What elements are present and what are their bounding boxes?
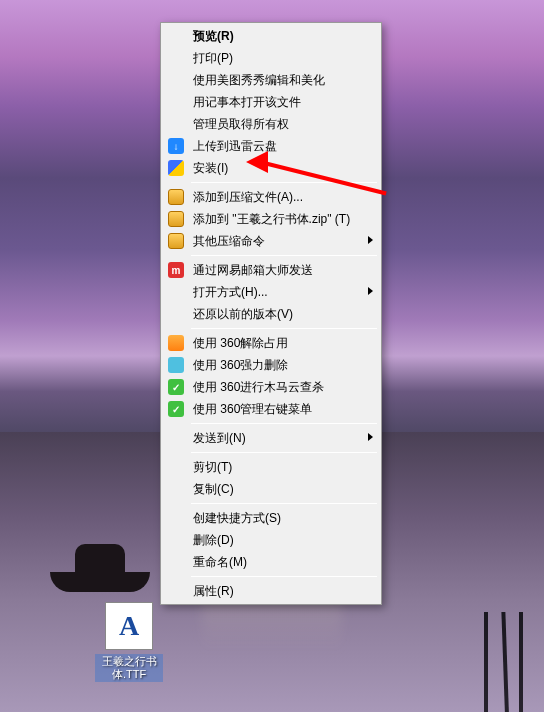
menu-item[interactable]: 剪切(T) — [163, 456, 379, 478]
menu-item[interactable]: 打开方式(H)... — [163, 281, 379, 303]
menu-item[interactable]: 管理员取得所有权 — [163, 113, 379, 135]
context-menu: 预览(R)打印(P)使用美图秀秀编辑和美化用记事本打开该文件管理员取得所有权↓上… — [160, 22, 382, 605]
xunlei-icon: ↓ — [168, 138, 184, 154]
menu-item-label: 用记事本打开该文件 — [193, 94, 301, 111]
menu-item-label: 管理员取得所有权 — [193, 116, 289, 133]
unlock-icon — [168, 335, 184, 351]
shred-icon — [168, 357, 184, 373]
menu-item-label: 属性(R) — [193, 583, 234, 600]
menu-item-label: 使用 360强力删除 — [193, 357, 288, 374]
menu-item[interactable]: ✓使用 360进行木马云查杀 — [163, 376, 379, 398]
menu-item[interactable]: 发送到(N) — [163, 427, 379, 449]
menu-item-label: 删除(D) — [193, 532, 234, 549]
menu-item[interactable]: 复制(C) — [163, 478, 379, 500]
menu-item[interactable]: 预览(R) — [163, 25, 379, 47]
chevron-right-icon — [368, 433, 373, 441]
360-icon: ✓ — [168, 379, 184, 395]
menu-item[interactable]: 添加到压缩文件(A)... — [163, 186, 379, 208]
menu-item-label: 复制(C) — [193, 481, 234, 498]
menu-item-label: 打开方式(H)... — [193, 284, 268, 301]
menu-item[interactable]: ↓上传到迅雷云盘 — [163, 135, 379, 157]
menu-item[interactable]: 用记事本打开该文件 — [163, 91, 379, 113]
menu-item-label: 重命名(M) — [193, 554, 247, 571]
menu-item[interactable]: 打印(P) — [163, 47, 379, 69]
menu-item-label: 其他压缩命令 — [193, 233, 265, 250]
menu-separator — [191, 452, 377, 453]
menu-item-label: 发送到(N) — [193, 430, 246, 447]
menu-item-label: 创建快捷方式(S) — [193, 510, 281, 527]
menu-item[interactable]: 属性(R) — [163, 580, 379, 602]
menu-item-label: 剪切(T) — [193, 459, 232, 476]
menu-item[interactable]: 还原以前的版本(V) — [163, 303, 379, 325]
boat-silhouette — [30, 502, 170, 592]
archive-icon — [168, 233, 184, 249]
menu-item-label: 添加到 "王羲之行书体.zip" (T) — [193, 211, 350, 228]
archive-icon — [168, 189, 184, 205]
menu-item[interactable]: m通过网易邮箱大师发送 — [163, 259, 379, 281]
chevron-right-icon — [368, 287, 373, 295]
menu-item[interactable]: 使用 360强力删除 — [163, 354, 379, 376]
desktop-file-icon[interactable]: A 王羲之行书体.TTF — [95, 602, 163, 682]
menu-separator — [191, 255, 377, 256]
menu-item-label: 打印(P) — [193, 50, 233, 67]
menu-separator — [191, 576, 377, 577]
menu-item-label: 通过网易邮箱大师发送 — [193, 262, 313, 279]
menu-separator — [191, 503, 377, 504]
menu-item-label: 预览(R) — [193, 28, 234, 45]
menu-item-label: 使用美图秀秀编辑和美化 — [193, 72, 325, 89]
menu-item[interactable]: 添加到 "王羲之行书体.zip" (T) — [163, 208, 379, 230]
menu-item-label: 使用 360管理右键菜单 — [193, 401, 312, 418]
menu-item-label: 添加到压缩文件(A)... — [193, 189, 303, 206]
menu-item[interactable]: 删除(D) — [163, 529, 379, 551]
menu-item[interactable]: 使用 360解除占用 — [163, 332, 379, 354]
chevron-right-icon — [368, 236, 373, 244]
netease-icon: m — [168, 262, 184, 278]
menu-item[interactable]: 使用美图秀秀编辑和美化 — [163, 69, 379, 91]
360-icon: ✓ — [168, 401, 184, 417]
menu-item[interactable]: 其他压缩命令 — [163, 230, 379, 252]
file-label: 王羲之行书体.TTF — [95, 654, 163, 682]
menu-item[interactable]: 重命名(M) — [163, 551, 379, 573]
shield-icon — [168, 160, 184, 176]
font-file-icon: A — [105, 602, 153, 650]
menu-item-label: 使用 360进行木马云查杀 — [193, 379, 324, 396]
menu-item-label: 还原以前的版本(V) — [193, 306, 293, 323]
menu-item[interactable]: 创建快捷方式(S) — [163, 507, 379, 529]
menu-separator — [191, 328, 377, 329]
menu-item-label: 上传到迅雷云盘 — [193, 138, 277, 155]
menu-separator — [191, 423, 377, 424]
menu-item[interactable]: 安装(I) — [163, 157, 379, 179]
menu-item[interactable]: ✓使用 360管理右键菜单 — [163, 398, 379, 420]
menu-item-label: 安装(I) — [193, 160, 228, 177]
menu-item-label: 使用 360解除占用 — [193, 335, 288, 352]
menu-separator — [191, 182, 377, 183]
archive-icon — [168, 211, 184, 227]
